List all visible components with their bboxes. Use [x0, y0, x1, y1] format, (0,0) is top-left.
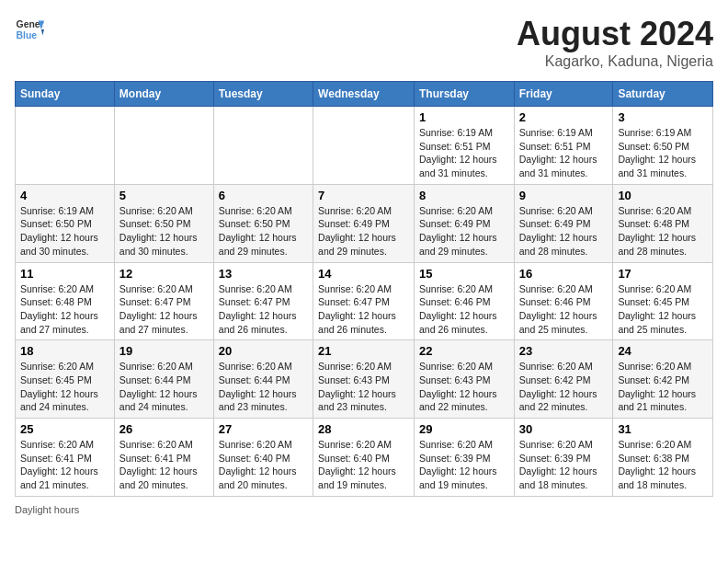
calendar-cell: 27Sunrise: 6:20 AM Sunset: 6:40 PM Dayli… — [213, 419, 313, 497]
calendar-cell: 18Sunrise: 6:20 AM Sunset: 6:45 PM Dayli… — [16, 340, 115, 419]
calendar-day-header: Friday — [514, 82, 613, 107]
page-title: August 2024 — [517, 15, 713, 53]
calendar-cell: 11Sunrise: 6:20 AM Sunset: 6:48 PM Dayli… — [16, 262, 115, 340]
footer-label: Daylight hours — [15, 504, 79, 515]
calendar-cell: 4Sunrise: 6:19 AM Sunset: 6:50 PM Daylig… — [16, 184, 115, 262]
calendar-week-row: 11Sunrise: 6:20 AM Sunset: 6:48 PM Dayli… — [16, 262, 713, 340]
calendar-cell: 24Sunrise: 6:20 AM Sunset: 6:42 PM Dayli… — [613, 340, 713, 419]
day-number: 11 — [20, 267, 109, 281]
day-info: Sunrise: 6:20 AM Sunset: 6:50 PM Dayligh… — [219, 204, 308, 259]
day-number: 2 — [519, 110, 609, 124]
calendar-cell: 7Sunrise: 6:20 AM Sunset: 6:49 PM Daylig… — [313, 184, 415, 262]
calendar-day-header: Sunday — [16, 82, 115, 107]
calendar-cell: 22Sunrise: 6:20 AM Sunset: 6:43 PM Dayli… — [414, 340, 514, 419]
calendar-day-header: Wednesday — [313, 82, 415, 107]
calendar-cell: 25Sunrise: 6:20 AM Sunset: 6:41 PM Dayli… — [16, 419, 115, 497]
calendar-cell: 16Sunrise: 6:20 AM Sunset: 6:46 PM Dayli… — [514, 262, 613, 340]
calendar-cell — [213, 107, 313, 185]
day-info: Sunrise: 6:20 AM Sunset: 6:38 PM Dayligh… — [618, 438, 708, 492]
day-number: 1 — [419, 110, 509, 124]
day-number: 7 — [318, 189, 409, 202]
calendar-cell: 12Sunrise: 6:20 AM Sunset: 6:47 PM Dayli… — [114, 262, 213, 340]
logo: General Blue — [15, 15, 44, 44]
day-info: Sunrise: 6:20 AM Sunset: 6:42 PM Dayligh… — [618, 360, 708, 414]
day-info: Sunrise: 6:20 AM Sunset: 6:43 PM Dayligh… — [318, 360, 409, 414]
day-info: Sunrise: 6:20 AM Sunset: 6:47 PM Dayligh… — [318, 282, 409, 337]
day-number: 27 — [219, 422, 308, 436]
calendar-day-header: Thursday — [414, 82, 514, 107]
day-info: Sunrise: 6:20 AM Sunset: 6:47 PM Dayligh… — [119, 282, 209, 337]
day-number: 22 — [419, 344, 509, 358]
day-info: Sunrise: 6:20 AM Sunset: 6:49 PM Dayligh… — [318, 204, 409, 259]
day-number: 21 — [318, 344, 409, 358]
day-number: 25 — [20, 422, 109, 436]
footer: Daylight hours — [15, 504, 713, 515]
calendar-cell: 28Sunrise: 6:20 AM Sunset: 6:40 PM Dayli… — [313, 419, 415, 497]
day-info: Sunrise: 6:20 AM Sunset: 6:44 PM Dayligh… — [119, 360, 209, 414]
day-number: 3 — [618, 110, 708, 124]
day-number: 13 — [219, 267, 308, 281]
day-number: 6 — [219, 189, 308, 202]
day-number: 18 — [20, 344, 109, 358]
calendar-cell — [114, 107, 213, 185]
day-info: Sunrise: 6:20 AM Sunset: 6:47 PM Dayligh… — [219, 282, 308, 337]
calendar-cell: 1Sunrise: 6:19 AM Sunset: 6:51 PM Daylig… — [414, 107, 514, 185]
calendar-body: 1Sunrise: 6:19 AM Sunset: 6:51 PM Daylig… — [16, 107, 713, 497]
calendar-header-row: SundayMondayTuesdayWednesdayThursdayFrid… — [16, 82, 713, 107]
calendar-cell: 14Sunrise: 6:20 AM Sunset: 6:47 PM Dayli… — [313, 262, 415, 340]
day-number: 12 — [119, 267, 209, 281]
calendar-table: SundayMondayTuesdayWednesdayThursdayFrid… — [15, 81, 713, 497]
day-number: 9 — [519, 189, 609, 202]
svg-text:Blue: Blue — [17, 30, 38, 40]
day-info: Sunrise: 6:20 AM Sunset: 6:41 PM Dayligh… — [20, 438, 109, 492]
svg-marker-3 — [41, 29, 44, 35]
calendar-cell: 17Sunrise: 6:20 AM Sunset: 6:45 PM Dayli… — [613, 262, 713, 340]
day-info: Sunrise: 6:20 AM Sunset: 6:41 PM Dayligh… — [119, 438, 209, 492]
day-number: 31 — [618, 422, 708, 436]
title-block: August 2024 Kagarko, Kaduna, Nigeria — [517, 15, 713, 70]
day-number: 28 — [318, 422, 409, 436]
calendar-cell: 9Sunrise: 6:20 AM Sunset: 6:49 PM Daylig… — [514, 184, 613, 262]
day-number: 19 — [119, 344, 209, 358]
day-number: 14 — [318, 267, 409, 281]
day-info: Sunrise: 6:20 AM Sunset: 6:42 PM Dayligh… — [519, 360, 609, 414]
calendar-cell: 21Sunrise: 6:20 AM Sunset: 6:43 PM Dayli… — [313, 340, 415, 419]
calendar-cell — [313, 107, 415, 185]
day-info: Sunrise: 6:20 AM Sunset: 6:40 PM Dayligh… — [318, 438, 409, 492]
calendar-week-row: 18Sunrise: 6:20 AM Sunset: 6:45 PM Dayli… — [16, 340, 713, 419]
day-number: 4 — [20, 189, 109, 202]
day-info: Sunrise: 6:20 AM Sunset: 6:45 PM Dayligh… — [20, 360, 109, 414]
day-info: Sunrise: 6:19 AM Sunset: 6:51 PM Dayligh… — [519, 126, 609, 180]
day-info: Sunrise: 6:20 AM Sunset: 6:39 PM Dayligh… — [419, 438, 509, 492]
day-info: Sunrise: 6:19 AM Sunset: 6:51 PM Dayligh… — [419, 126, 509, 180]
calendar-cell: 8Sunrise: 6:20 AM Sunset: 6:49 PM Daylig… — [414, 184, 514, 262]
calendar-day-header: Tuesday — [213, 82, 313, 107]
day-info: Sunrise: 6:20 AM Sunset: 6:46 PM Dayligh… — [519, 282, 609, 337]
logo-icon: General Blue — [15, 15, 44, 44]
day-info: Sunrise: 6:19 AM Sunset: 6:50 PM Dayligh… — [618, 126, 708, 180]
day-info: Sunrise: 6:20 AM Sunset: 6:44 PM Dayligh… — [219, 360, 308, 414]
calendar-cell: 10Sunrise: 6:20 AM Sunset: 6:48 PM Dayli… — [613, 184, 713, 262]
calendar-cell: 30Sunrise: 6:20 AM Sunset: 6:39 PM Dayli… — [514, 419, 613, 497]
calendar-cell — [16, 107, 115, 185]
calendar-cell: 20Sunrise: 6:20 AM Sunset: 6:44 PM Dayli… — [213, 340, 313, 419]
calendar-week-row: 1Sunrise: 6:19 AM Sunset: 6:51 PM Daylig… — [16, 107, 713, 185]
day-number: 26 — [119, 422, 209, 436]
calendar-cell: 6Sunrise: 6:20 AM Sunset: 6:50 PM Daylig… — [213, 184, 313, 262]
day-number: 23 — [519, 344, 609, 358]
day-info: Sunrise: 6:20 AM Sunset: 6:49 PM Dayligh… — [419, 204, 509, 259]
day-info: Sunrise: 6:20 AM Sunset: 6:46 PM Dayligh… — [419, 282, 509, 337]
calendar-day-header: Monday — [114, 82, 213, 107]
day-info: Sunrise: 6:20 AM Sunset: 6:49 PM Dayligh… — [519, 204, 609, 259]
day-number: 15 — [419, 267, 509, 281]
day-info: Sunrise: 6:20 AM Sunset: 6:48 PM Dayligh… — [618, 204, 708, 259]
day-number: 24 — [618, 344, 708, 358]
day-number: 29 — [419, 422, 509, 436]
day-number: 16 — [519, 267, 609, 281]
day-number: 5 — [119, 189, 209, 202]
calendar-cell: 2Sunrise: 6:19 AM Sunset: 6:51 PM Daylig… — [514, 107, 613, 185]
day-number: 30 — [519, 422, 609, 436]
calendar-cell: 13Sunrise: 6:20 AM Sunset: 6:47 PM Dayli… — [213, 262, 313, 340]
calendar-day-header: Saturday — [613, 82, 713, 107]
calendar-cell: 23Sunrise: 6:20 AM Sunset: 6:42 PM Dayli… — [514, 340, 613, 419]
